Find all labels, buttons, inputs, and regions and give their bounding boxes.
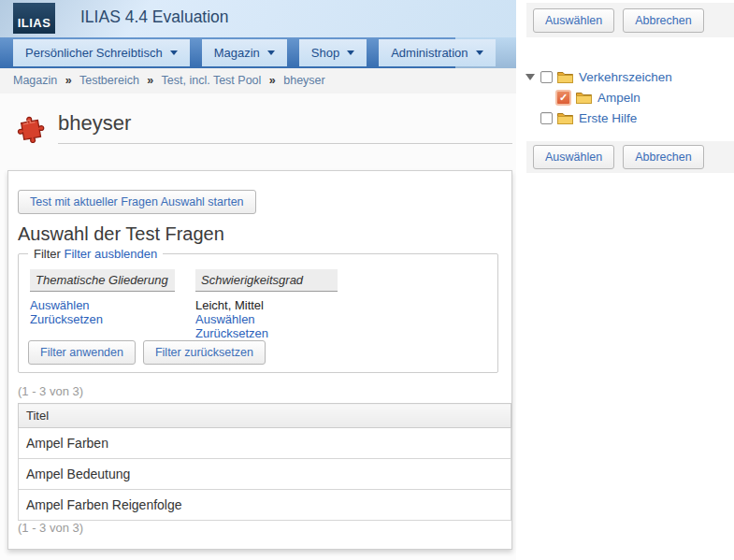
chevron-down-icon [267, 50, 275, 55]
chevron-down-icon [347, 50, 354, 55]
page-title: bheyser [58, 111, 131, 136]
checkbox-erste-hilfe[interactable] [540, 112, 553, 124]
select-button[interactable]: Auswählen [533, 8, 614, 33]
tree-row-erste-hilfe: Erste Hilfe [525, 108, 672, 128]
filter-buttons: Filter anwenden Filter zurücksetzen [28, 340, 266, 365]
breadcrumb-separator: » [65, 74, 72, 87]
breadcrumb-link-bheyser[interactable]: bheyser [283, 74, 324, 87]
start-test-button[interactable]: Test mit aktueller Fragen Auswahl starte… [18, 190, 256, 214]
result-range-top: (1 - 3 von 3) [18, 384, 83, 398]
menu-label: Magazin [214, 39, 260, 66]
breadcrumb: Magazin » Testbereich » Test, incl. Test… [0, 68, 516, 93]
filter-select-link[interactable]: Auswählen [195, 312, 338, 326]
chevron-down-icon [476, 50, 483, 55]
tree-row-ampeln: ✓ Ampeln [525, 87, 672, 108]
filter-reset-link[interactable]: Zurücksetzen [195, 326, 338, 340]
cancel-button[interactable]: Abbrechen [623, 145, 703, 169]
table-row: Ampel Farben Reigenfolge [19, 490, 511, 521]
section-title: Auswahl der Test Fragen [18, 223, 224, 245]
breadcrumb-separator: » [147, 74, 153, 87]
folder-icon [556, 70, 574, 84]
cancel-button[interactable]: Abbrechen [623, 8, 703, 33]
checkbox-ampeln-checked[interactable]: ✓ [555, 90, 571, 106]
hide-filter-link[interactable]: Filter ausblenden [65, 247, 158, 261]
filter-column-header: Schwierigkeitsgrad [195, 269, 338, 292]
breadcrumb-link-magazin[interactable]: Magazin [13, 74, 57, 87]
breadcrumb-separator: » [269, 74, 276, 87]
table-header-row: Titel [19, 404, 511, 428]
menu-administration[interactable]: Administration [379, 39, 495, 66]
filter-select-link[interactable]: Auswählen [30, 298, 175, 312]
question-title-cell: Ampel Farben Reigenfolge [19, 490, 511, 521]
filter-apply-button[interactable]: Filter anwenden [28, 340, 136, 365]
header: ILIAS ILIAS 4.4 Evaluation [0, 0, 516, 37]
taxonomy-tree: Verkehrszeichen ✓ Ampeln Erste Hilfe [525, 66, 672, 128]
select-button[interactable]: Auswählen [533, 145, 614, 169]
collapse-triangle-icon[interactable] [525, 74, 535, 80]
filter-current-value: Leicht, Mittel [195, 298, 338, 312]
folder-icon [575, 91, 593, 105]
main-menu: Persönlicher Schreibtisch Magazin Shop A… [0, 37, 516, 68]
table-row: Ampel Farben [19, 428, 511, 459]
filter-panel: Filter Filter ausblenden Thematische Gli… [18, 253, 498, 373]
column-header-titel: Titel [19, 404, 511, 428]
breadcrumb-link-testbereich[interactable]: Testbereich [79, 74, 139, 87]
questions-table: Titel Ampel Farben Ampel Bedeutung Ampel… [18, 403, 511, 521]
breadcrumb-link-test-pool[interactable]: Test, incl. Test Pool [162, 74, 262, 87]
filter-columns: Thematische Gliederung Auswählen Zurücks… [30, 269, 338, 340]
menu-label: Administration [391, 39, 468, 66]
menu-shop[interactable]: Shop [299, 39, 367, 66]
tree-row-verkehrszeichen: Verkehrszeichen [525, 66, 672, 87]
chevron-down-icon [170, 50, 178, 55]
page-title-bar: bheyser [0, 93, 516, 170]
filter-column-thematische-gliederung: Thematische Gliederung Auswählen Zurücks… [30, 269, 175, 340]
folder-icon [556, 111, 574, 125]
result-range-bottom: (1 - 3 von 3) [18, 521, 83, 535]
tree-node-link[interactable]: Ampeln [597, 91, 640, 105]
question-title-cell: Ampel Farben [19, 428, 511, 459]
menu-label: Shop [311, 39, 339, 66]
content-box: Test mit aktueller Fragen Auswahl starte… [7, 170, 512, 550]
main-window: ILIAS ILIAS 4.4 Evaluation Persönlicher … [0, 0, 516, 560]
filter-label: Filter [34, 247, 61, 261]
item-selection-popup: Auswählen Abbrechen Verkehrszeichen ✓ [516, 0, 734, 560]
table-row: Ampel Bedeutung [19, 459, 511, 490]
popup-top-toolbar: Auswählen Abbrechen [526, 3, 734, 37]
test-puzzle-icon [15, 109, 49, 143]
filter-column-header: Thematische Gliederung [30, 269, 175, 292]
filter-column-schwierigkeitsgrad: Schwierigkeitsgrad Leicht, Mittel Auswäh… [195, 269, 338, 340]
filter-legend: Filter Filter ausblenden [28, 247, 163, 261]
app-title: ILIAS 4.4 Evaluation [80, 7, 229, 27]
title-divider [58, 143, 512, 144]
ilias-logo[interactable]: ILIAS [13, 3, 55, 34]
menu-magazin[interactable]: Magazin [202, 39, 287, 66]
tree-node-link[interactable]: Erste Hilfe [579, 111, 637, 125]
checkbox-verkehrszeichen[interactable] [540, 71, 553, 83]
question-title-cell: Ampel Bedeutung [19, 459, 511, 490]
popup-bottom-toolbar: Auswählen Abbrechen [526, 141, 734, 173]
menu-label: Persönlicher Schreibtisch [25, 39, 163, 66]
menu-persoenlicher-schreibtisch[interactable]: Persönlicher Schreibtisch [13, 39, 190, 66]
filter-reset-button[interactable]: Filter zurücksetzen [143, 340, 266, 365]
filter-reset-link[interactable]: Zurücksetzen [30, 312, 175, 326]
tree-node-link[interactable]: Verkehrszeichen [579, 70, 672, 84]
